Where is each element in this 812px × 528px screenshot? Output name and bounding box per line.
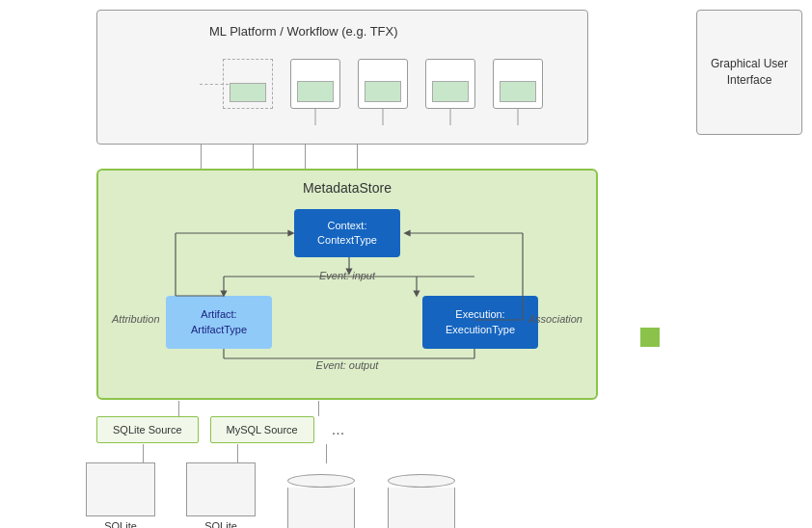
sqlite-memory-label: SQLite(in memory) <box>93 519 149 528</box>
green-square-indicator <box>640 328 660 347</box>
diagram-container: ML Platform / Workflow (e.g. TFX) Graphi… <box>0 0 812 528</box>
sources-ellipsis: ... <box>332 421 344 438</box>
artifact-box: Artifact: ArtifactType <box>166 296 272 349</box>
cylinder-body-ellipsis <box>388 488 455 528</box>
execution-box: Execution: ExecutionType <box>422 296 538 349</box>
context-box: Context: ContextType <box>294 209 400 257</box>
v-connector-4 <box>357 145 358 171</box>
artifact-text: Artifact: ArtifactType <box>191 307 247 337</box>
v-conn-stor-1 <box>143 444 144 463</box>
attribution-label: Attribution <box>112 313 160 325</box>
sqlite-memory-storage: SQLite(in memory) <box>82 462 159 528</box>
v-conn-stor-3 <box>326 444 327 463</box>
sqlite-disk-label: SQLite(on disk) <box>201 519 241 528</box>
ml-platform-title: ML Platform / Workflow (e.g. TFX) <box>209 24 398 39</box>
sqlite-source-box: SQLite Source <box>96 416 199 443</box>
v-conn-src-1 <box>178 401 179 416</box>
storage-row: SQLite(in memory) SQLite(on disk) MySQL … <box>82 462 460 528</box>
ellipsis-storage: ... <box>383 474 460 528</box>
v-conn-stor-2 <box>237 444 238 463</box>
v-connector-2 <box>253 145 254 171</box>
sources-row: SQLite Source MySQL Source ... <box>96 416 344 443</box>
pipeline-step-dashed <box>223 59 273 109</box>
pipeline-steps <box>223 59 543 109</box>
v-connector-1 <box>201 145 202 171</box>
sqlite-disk-body <box>186 462 256 516</box>
mysql-storage: MySQL <box>283 474 360 528</box>
pipeline-step-inner <box>230 83 266 102</box>
connector-down-1 <box>315 108 316 125</box>
pipeline-step-3 <box>425 59 475 109</box>
event-output-label: Event: output <box>312 359 383 371</box>
context-text: Context: ContextType <box>317 219 377 249</box>
sqlite-disk-storage: SQLite(on disk) <box>182 462 259 528</box>
pipeline-step-1 <box>290 59 340 109</box>
connector-down-4 <box>518 108 519 125</box>
sqlite-memory-body <box>86 462 155 516</box>
event-input-label: Event: input <box>315 270 379 281</box>
ml-platform-box: ML Platform / Workflow (e.g. TFX) <box>96 10 588 145</box>
execution-text: Execution: ExecutionType <box>446 307 515 337</box>
v-conn-src-2 <box>318 401 319 416</box>
mysql-source-box: MySQL Source <box>210 416 314 443</box>
metadata-store-box: MetadataStore Context: ContextType Event… <box>96 169 598 400</box>
pipeline-step-2 <box>358 59 408 109</box>
connector-down-3 <box>450 108 451 125</box>
cylinder-top-mysql <box>287 474 355 488</box>
metadata-store-title: MetadataStore <box>303 180 392 196</box>
cylinder-top-ellipsis <box>388 474 455 488</box>
connector-down-2 <box>383 108 384 125</box>
pipeline-step-4 <box>493 59 543 109</box>
gui-box: Graphical User Interface <box>696 10 802 135</box>
cylinder-body-mysql <box>287 488 355 528</box>
v-connector-3 <box>305 145 306 171</box>
association-label: Association <box>528 313 582 325</box>
gui-title: Graphical User Interface <box>697 56 801 89</box>
